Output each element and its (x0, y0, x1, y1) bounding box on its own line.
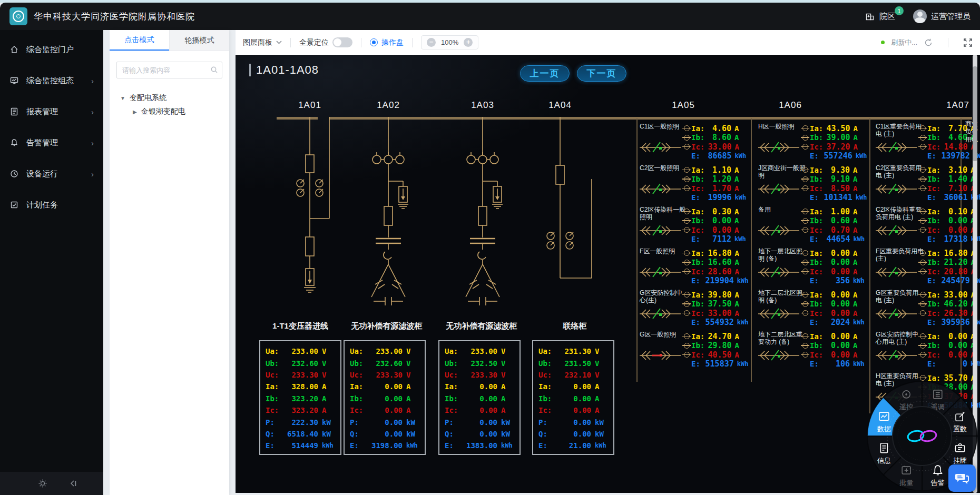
feeder-label: 地下二层北区重要动力 (备) (758, 331, 807, 346)
tree-collapsed-icon[interactable]: ▶ (133, 109, 137, 115)
mode-tabs: 点击模式 轮播模式 (110, 30, 229, 51)
feeder-block[interactable]: C1区重要负荷用电 (主)Ia:7.70AIb:4.60AIc:14.80AE:… (875, 124, 980, 165)
feeder-block[interactable]: H区一般照明Ia:43.50AIb:39.00AIc:37.20AE:55724… (757, 124, 869, 165)
feeder-block[interactable]: C2区一般照明Ia:1.10AIb:1.20AIc:1.70AE:19996kW… (639, 165, 750, 207)
breaker-symbol-open[interactable] (757, 180, 801, 199)
measurement-panel-4[interactable]: Ua:231.30VUb:231.50VUc:232.10VIa:0.00AIb… (532, 340, 614, 455)
feeder-block[interactable]: F区一般照明Ia:16.80AIb:16.60AIc:28.60AE:21990… (639, 249, 750, 290)
refresh-status-dot (881, 41, 885, 44)
feeder-label: H区一般照明 (758, 123, 807, 130)
ct-tap-icon (920, 209, 926, 214)
user-avatar (913, 9, 927, 23)
breaker-symbol-open[interactable] (875, 221, 919, 240)
measurement-panel-1[interactable]: Ua:233.00VUb:232.60VUc:233.30VIa:328.00A… (259, 340, 341, 455)
ct-tap-icon (684, 310, 690, 316)
tree-node-child[interactable]: ▶ 金银湖变配电 (133, 105, 229, 118)
feeder-block[interactable]: 地下一层北区照明 (备)Ia:0.00AIb:0.00AIc:0.00AE:35… (757, 249, 869, 290)
refresh-icon[interactable] (924, 38, 933, 47)
breaker-symbol-open[interactable] (639, 180, 683, 199)
feeder-label: G区安防控制中心用电 (主) (876, 331, 924, 346)
breaker-symbol-open[interactable] (639, 221, 683, 240)
sidebar-item-3[interactable]: 报表管理› (0, 100, 103, 123)
tab-click-mode[interactable]: 点击模式 (110, 30, 169, 51)
feeder-row: Ia:0.00A (802, 332, 868, 341)
tree-node-root[interactable]: ▼ 变配电系统 (120, 91, 229, 105)
tab-carousel-mode[interactable]: 轮播模式 (169, 30, 229, 51)
sidebar-item-5[interactable]: 设备运行› (0, 162, 103, 185)
report-icon (9, 107, 19, 116)
breaker-symbol-open[interactable] (875, 263, 919, 282)
operation-dial-radio[interactable]: 操作盘 (370, 38, 404, 47)
zoom-in-button[interactable]: + (464, 38, 473, 47)
breaker-symbol-open[interactable] (875, 304, 919, 323)
feeder-block[interactable]: C2区传染科重要负荷用电 (主)Ia:0.10AIb:0.00AIc:0.00A… (875, 207, 980, 249)
feeder-row: E:245479kWh (920, 276, 980, 286)
feeder-block[interactable]: 地下二层北区照明 (备)Ia:0.00AIb:0.00AIc:0.00AE:20… (757, 290, 869, 332)
breaker-symbol-open[interactable] (875, 346, 919, 365)
ct-tap-icon (802, 260, 808, 265)
breaker-symbol-open[interactable] (757, 263, 801, 282)
breaker-symbol-open[interactable] (757, 346, 801, 365)
feeder-block[interactable]: 备用Ia:1.00AIb:0.60AIc:0.70AE:44654kWh (757, 207, 869, 249)
feeder-block[interactable]: G区重要负荷用电 (主)Ia:33.00AIb:46.20AIc:26.30AE… (875, 290, 980, 332)
feeder-block[interactable]: C1区一般照明Ia:4.60AIb:8.60AIc:33.00AE:86685k… (639, 124, 750, 165)
feeder-block[interactable]: C2区重要负荷用电 (主)Ia:3.10AIb:1.40AIc:7.10AE:3… (875, 165, 980, 207)
campus-switcher[interactable]: 院区 1 (865, 11, 895, 22)
panel-row: Ub:232.50V (445, 357, 515, 369)
sidebar-item-6[interactable]: 计划任务 (0, 193, 103, 216)
feeder-row: Ib:0.00A (802, 258, 868, 268)
ct-tap-icon (802, 352, 808, 358)
breaker-symbol-open[interactable] (639, 138, 683, 157)
sidebar-item-4[interactable]: 告警管理› (0, 131, 103, 154)
panel-row: Ub:231.50V (538, 357, 609, 369)
feeder-block[interactable]: G区安防控制中心(生)Ia:39.80AIb:37.50AIc:33.00AE:… (639, 290, 750, 332)
feeder-row: Ic:0.00A (684, 225, 749, 235)
search-input[interactable] (116, 62, 222, 78)
sidebar-item-1[interactable]: 综合监控门户 (0, 38, 103, 61)
feeder-row: Ib:8.60A (684, 133, 749, 143)
ct-tap-icon (802, 333, 808, 339)
feeder-block[interactable]: C2区传染科一般照明Ia:0.30AIb:0.00AIc:0.00AE:7112… (639, 207, 750, 249)
feeder-row: Ic:0.00A (802, 350, 868, 360)
chat-button[interactable] (948, 464, 976, 492)
breaker-symbol-open[interactable] (757, 138, 801, 157)
theme-toggle-icon[interactable] (38, 479, 47, 488)
panorama-toggle[interactable] (332, 37, 352, 47)
breaker-symbol-closed[interactable] (639, 346, 683, 365)
user-menu[interactable]: 运营管理员 (913, 9, 971, 23)
scada-canvas[interactable]: 1A01-1A08 上一页 下一页 1A011A021A031A041A051A… (236, 55, 980, 493)
fullscreen-icon[interactable] (963, 38, 973, 47)
breaker-symbol-open[interactable] (639, 304, 683, 323)
breaker-symbol-open[interactable] (757, 221, 801, 240)
next-page-button[interactable]: 下一页 (577, 65, 626, 82)
feeder-block[interactable]: F区重要负荷用电 (主)Ia:16.80AIb:21.20AIc:20.80AE… (875, 249, 980, 290)
panel-row: Ua:231.30V (538, 345, 609, 357)
breaker-symbol-open[interactable] (639, 263, 683, 282)
panel-row: Ub:232.60V (266, 357, 336, 369)
zoom-out-button[interactable]: − (427, 38, 436, 47)
bell-icon (9, 138, 19, 147)
feeder-block[interactable]: G区安防控制中心用电 (主)Ia:0.00AIb:0.00AIc:0.00AE:… (875, 332, 980, 373)
feeder-row: Ic:1.70A (684, 184, 749, 193)
scrollbar-thumb[interactable] (973, 66, 977, 161)
wheel-item-label: 置数 (953, 425, 967, 433)
layer-panel-button[interactable]: 图层面板 (243, 38, 282, 47)
ct-tap-icon (684, 292, 690, 298)
panel-row: Ia:0.00A (350, 381, 420, 392)
measurement-panel-3[interactable]: Ua:233.00VUb:232.50VUc:233.30VIa:0.00AIb… (438, 340, 521, 455)
feeder-row: E:36061kWh (920, 193, 980, 203)
prev-page-button[interactable]: 上一页 (520, 65, 570, 82)
breaker-symbol-open[interactable] (757, 304, 801, 323)
tree-expand-icon[interactable]: ▼ (120, 95, 125, 101)
feeder-block[interactable]: J区商业街一般照明Ia:9.30AIb:9.10AIc:8.50AE:10134… (757, 165, 869, 207)
sidebar-item-2[interactable]: 综合监控组态› (0, 69, 103, 92)
collapse-sidebar-icon[interactable] (68, 479, 78, 488)
breaker-symbol-open[interactable] (875, 138, 919, 157)
feeder-block[interactable]: G区一般照明Ia:24.70AIb:29.80AIc:40.50AE:51583… (639, 332, 750, 373)
measurement-panel-2[interactable]: Ua:233.00VUb:232.60VUc:233.30VIa:0.00AIb… (344, 340, 426, 455)
ct-tap-icon (802, 144, 808, 150)
feeder-block[interactable]: 地下二层北区重要动力 (备)Ia:0.00AIb:0.00AIc:0.00AE:… (757, 332, 869, 373)
feeder-row: Ia:0.00A (920, 332, 980, 341)
chevron-right-icon: › (91, 170, 94, 179)
breaker-symbol-open[interactable] (875, 180, 919, 199)
